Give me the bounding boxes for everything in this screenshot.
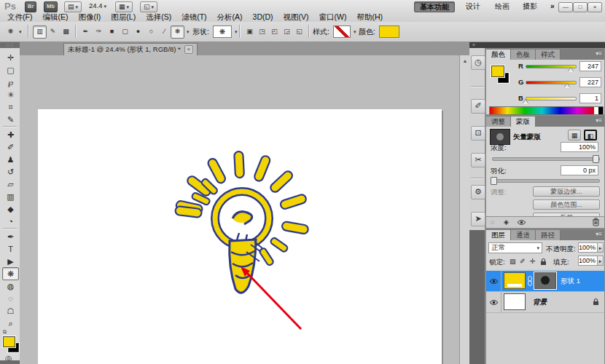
workspace-basic-button[interactable]: 基本功能	[414, 1, 455, 12]
exclude-shape-button[interactable]: ◱	[292, 25, 306, 39]
notes-panel-icon[interactable]: ➤	[471, 212, 485, 226]
panel-menu-icon[interactable]: ▾≡	[596, 50, 602, 57]
blur-tool[interactable]: ◆	[2, 202, 19, 215]
layer-row-shape[interactable]: 形状 1	[486, 271, 604, 292]
pen-tool[interactable]: ✒	[2, 230, 19, 243]
green-value[interactable]: 227	[579, 77, 601, 87]
arrange-documents-button[interactable]: ▦▾	[115, 1, 133, 12]
move-tool[interactable]: ✛	[2, 51, 19, 64]
blend-mode-select[interactable]: 正常 ▾	[488, 242, 542, 253]
line-tool-button[interactable]: ∕	[157, 25, 171, 39]
menu-image[interactable]: 图像(I)	[74, 12, 105, 22]
gradient-tool[interactable]: ▥	[2, 190, 19, 203]
type-tool[interactable]: T	[2, 242, 19, 256]
blue-slider-thumb[interactable]	[523, 100, 528, 104]
color-spectrum-bar[interactable]	[489, 106, 596, 115]
3d-rotate-tool[interactable]: ◍	[2, 280, 19, 293]
menu-edit[interactable]: 编辑(E)	[38, 12, 72, 22]
feather-slider-thumb[interactable]	[491, 177, 497, 185]
add-pixel-mask-button[interactable]: ▦	[568, 130, 581, 141]
shape-layers-mode-button[interactable]: ▥	[33, 25, 47, 39]
eraser-tool[interactable]: ▱	[2, 178, 19, 191]
workspace-paint-button[interactable]: 绘画	[490, 1, 515, 11]
workspace-overflow-button[interactable]: »	[545, 1, 560, 11]
history-panel-icon[interactable]: ◷	[471, 55, 485, 70]
scroll-up-icon[interactable]: ▲	[461, 57, 469, 66]
fill-pixels-mode-button[interactable]: ▩	[59, 25, 73, 39]
character-panel-icon[interactable]: ✂	[471, 153, 485, 167]
lock-all-icon[interactable]	[540, 258, 547, 267]
layer-visibility-toggle[interactable]	[486, 292, 501, 312]
toolbar-grip[interactable]: ∷ ∷	[0, 42, 20, 48]
load-selection-icon[interactable]: ◌	[491, 218, 494, 226]
layer-name[interactable]: 形状 1	[561, 277, 580, 286]
close-button[interactable]: ×	[588, 2, 602, 12]
tab-channels[interactable]: 通道	[511, 230, 536, 240]
lock-pixels-icon[interactable]: ✐	[520, 258, 526, 265]
layer-name[interactable]: 背景	[533, 298, 547, 307]
pen-tool-button[interactable]: ✒	[79, 25, 93, 39]
green-slider-thumb[interactable]	[564, 84, 570, 88]
marquee-tool[interactable]: ▢	[2, 63, 19, 76]
vector-mask-thumbnail[interactable]	[534, 272, 556, 289]
mini-bridge-button[interactable]: Mb	[44, 1, 58, 12]
healing-brush-tool[interactable]: ✚	[2, 128, 19, 141]
tool-preset-picker[interactable]: ❋	[4, 25, 17, 39]
view-extras-button[interactable]: ▤▾	[64, 1, 82, 12]
quick-selection-tool[interactable]: ✳	[2, 88, 19, 101]
add-vector-mask-button[interactable]: ◧	[584, 130, 597, 141]
clone-stamp-tool[interactable]: ♟	[2, 153, 19, 166]
tab-adjustments[interactable]: 调整	[486, 116, 511, 127]
layer-thumbnail[interactable]	[504, 293, 526, 310]
minimize-button[interactable]: —	[558, 2, 573, 12]
menu-layer[interactable]: 图层(L)	[106, 12, 140, 22]
tab-layers[interactable]: 图层	[486, 230, 511, 240]
delete-mask-trash-icon[interactable]	[592, 218, 600, 228]
canvas[interactable]	[38, 109, 442, 364]
fill-value[interactable]: 100%	[578, 256, 598, 266]
menu-window[interactable]: 窗口(W)	[315, 12, 351, 22]
restore-button[interactable]: □	[573, 2, 588, 12]
layer-row-background[interactable]: 背景	[486, 292, 604, 313]
foreground-color-swatch[interactable]	[3, 336, 15, 347]
crop-tool[interactable]: ⌗	[2, 100, 19, 114]
hand-tool[interactable]: ☖	[2, 304, 19, 317]
panel-menu-icon[interactable]: ▾≡	[596, 231, 602, 237]
feather-slider[interactable]	[492, 179, 600, 183]
panel-menu-icon[interactable]: ▾≡	[596, 117, 602, 124]
menu-analysis[interactable]: 分析(A)	[213, 12, 247, 22]
rounded-rectangle-tool-button[interactable]: ▢	[118, 25, 132, 39]
mask-edge-button[interactable]: 蒙版边缘...	[533, 186, 600, 197]
freeform-pen-button[interactable]: ✑	[92, 25, 106, 39]
document-tab[interactable]: 未标题-1 @ 24.4% (形状 1, RGB/8) * ×	[63, 43, 198, 55]
menu-file[interactable]: 文件(F)	[3, 12, 36, 22]
shape-color-swatch[interactable]	[379, 25, 399, 38]
brushes-panel-icon[interactable]: ✐	[471, 99, 485, 114]
workspace-photo-button[interactable]: 摄影	[518, 1, 542, 11]
disable-mask-eye-icon[interactable]	[517, 219, 526, 227]
ellipse-tool-button[interactable]: ●	[131, 25, 145, 39]
apply-mask-icon[interactable]: ◈	[504, 218, 509, 226]
tab-styles[interactable]: 样式	[536, 50, 561, 60]
menu-filter[interactable]: 滤镜(T)	[177, 12, 211, 22]
density-slider-thumb[interactable]	[593, 155, 599, 163]
tab-masks[interactable]: 蒙版	[511, 116, 536, 127]
menu-help[interactable]: 帮助(H)	[353, 12, 388, 22]
3d-orbit-tool[interactable]: ◌	[2, 292, 19, 305]
blue-value[interactable]: 1	[579, 93, 601, 103]
path-selection-tool[interactable]: ▶	[2, 255, 19, 268]
custom-shape-tool[interactable]: ❋	[2, 267, 19, 280]
shape-preset-swatch[interactable]: ❋	[213, 25, 232, 38]
tool-presets-panel-icon[interactable]: ⚙	[471, 185, 485, 199]
close-tab-icon[interactable]: ×	[184, 45, 193, 54]
tab-color[interactable]: 颜色	[486, 50, 511, 60]
custom-shape-tool-button[interactable]: ❋	[171, 25, 184, 39]
menu-3d[interactable]: 3D(D)	[249, 12, 278, 22]
history-brush-tool[interactable]: ↺	[2, 165, 19, 178]
red-slider-thumb[interactable]	[568, 68, 574, 72]
feather-value[interactable]: 0 px	[561, 165, 598, 175]
workspace-design-button[interactable]: 设计	[461, 1, 485, 11]
foreground-color-swatch[interactable]	[491, 66, 504, 77]
red-value[interactable]: 247	[579, 61, 601, 71]
layer-visibility-toggle[interactable]	[486, 271, 501, 291]
